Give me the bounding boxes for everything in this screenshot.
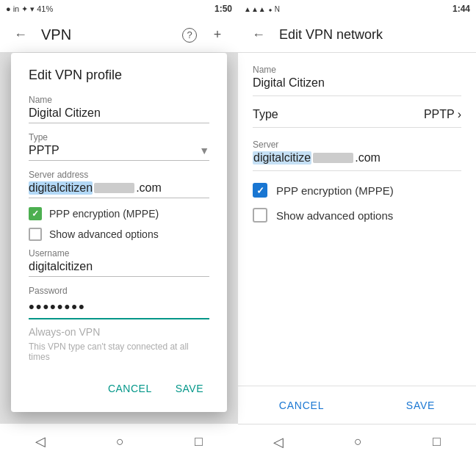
- name-label: Name: [29, 95, 209, 105]
- bluetooth-status: ✦: [21, 4, 28, 14]
- toolbar-right: ← Edit VPN network: [238, 18, 476, 53]
- r-type-arrow-icon: ›: [458, 108, 461, 121]
- type-label: Type: [29, 132, 209, 142]
- server-blurred: [94, 183, 134, 193]
- username-field[interactable]: digitalcitizen: [29, 260, 209, 277]
- vpn-title-left: VPN: [41, 26, 182, 43]
- ppp-label: PPP encryption (MPPE): [49, 208, 159, 220]
- r-advanced-label: Show advanced options: [276, 209, 393, 222]
- ppp-checkbox[interactable]: [29, 207, 42, 220]
- type-arrow-icon: ▼: [199, 145, 209, 156]
- left-panel: ● in ✦ ▾ 41% 1:50 ← VPN ? + Edit VPN pro…: [0, 0, 238, 459]
- right-panel: ▲▲▲ ⬥ N 1:44 ← Edit VPN network Name Dig…: [238, 0, 476, 459]
- r-name-label: Name: [253, 65, 461, 75]
- time-display-left: 1:50: [214, 4, 232, 14]
- save-button-left[interactable]: SAVE: [170, 377, 209, 400]
- status-bar-left: ● in ✦ ▾ 41% 1:50: [0, 0, 238, 18]
- r-server-blurred: [313, 153, 353, 163]
- nfc-icon: N: [275, 5, 280, 13]
- wifi-icon-right: ⬥: [268, 5, 273, 13]
- r-ppp-checkbox[interactable]: [253, 183, 267, 198]
- r-server-prefix: digitalcitize: [253, 151, 311, 165]
- r-advanced-checkbox[interactable]: [253, 208, 267, 223]
- time-display-right: 1:44: [452, 4, 470, 14]
- r-ppp-label: PPP encryption (MPPE): [276, 184, 394, 197]
- right-actions: CANCEL SAVE: [238, 386, 476, 424]
- advanced-checkbox[interactable]: [29, 228, 42, 241]
- r-name-field[interactable]: Digital Citizen: [253, 76, 461, 96]
- signal-icon: ▲▲▲: [244, 5, 266, 13]
- name-field[interactable]: Digital Citizen: [29, 106, 209, 123]
- r-type-value: PPTP ›: [424, 108, 461, 121]
- status-icons-left: ● in ✦ ▾ 41%: [6, 4, 53, 14]
- signal-icons: ▲▲▲ ⬥ N: [244, 5, 280, 13]
- recent-nav-left[interactable]: □: [195, 434, 203, 449]
- spotify-icon: ●: [6, 4, 11, 13]
- always-on-desc: This VPN type can't stay connected at al…: [29, 341, 209, 362]
- r-server-label: Server: [253, 140, 461, 150]
- toolbar-icons-left: ? +: [182, 26, 226, 44]
- r-ppp-row[interactable]: PPP encryption (MPPE): [253, 183, 461, 198]
- linkedin-icon: in: [13, 4, 20, 13]
- back-nav-right[interactable]: ◁: [273, 434, 284, 450]
- ppp-checkbox-row[interactable]: PPP encryption (MPPE): [29, 207, 209, 220]
- cancel-button-left[interactable]: CANCEL: [102, 377, 158, 400]
- dialog-actions: CANCEL SAVE: [29, 371, 209, 400]
- username-label: Username: [29, 248, 209, 259]
- server-label: Server address: [29, 170, 209, 180]
- server-field[interactable]: digitalcitizen .com: [29, 181, 209, 198]
- home-nav-right[interactable]: ○: [354, 434, 362, 449]
- password-label: Password: [29, 286, 209, 296]
- cancel-button-right[interactable]: CANCEL: [262, 394, 342, 417]
- recent-nav-right[interactable]: □: [433, 434, 441, 449]
- edit-vpn-title: Edit VPN network: [279, 27, 383, 43]
- r-advanced-row[interactable]: Show advanced options: [253, 208, 461, 223]
- right-form-content: Name Digital Citizen Type PPTP › Server …: [238, 53, 476, 386]
- nav-bar-right: ◁ ○ □: [238, 424, 476, 459]
- back-button-right[interactable]: ←: [250, 26, 267, 44]
- r-type-label: Type: [253, 108, 278, 121]
- battery-icon: 41%: [37, 4, 53, 13]
- r-type-text: PPTP: [424, 108, 455, 121]
- r-server-field[interactable]: digitalcitize .com: [253, 151, 461, 171]
- r-server-suffix: .com: [355, 151, 381, 165]
- home-nav-left[interactable]: ○: [116, 434, 124, 449]
- left-background: Edit VPN profile Name Digital Citizen Ty…: [0, 53, 238, 424]
- type-value: PPTP: [29, 144, 60, 157]
- advanced-label: Show advanced options: [49, 228, 159, 240]
- password-field[interactable]: ••••••••: [29, 297, 209, 319]
- help-icon[interactable]: ?: [182, 28, 197, 43]
- always-on-label: Always-on VPN: [29, 326, 100, 338]
- status-bar-right: ▲▲▲ ⬥ N 1:44: [238, 0, 476, 18]
- server-prefix: digitalcitizen: [29, 181, 93, 195]
- toolbar-left: ← VPN ? +: [0, 18, 238, 53]
- nav-bar-left: ◁ ○ □: [0, 424, 238, 459]
- back-nav-left[interactable]: ◁: [35, 433, 46, 449]
- type-field-row[interactable]: PPTP ▼: [29, 144, 209, 161]
- dialog-title: Edit VPN profile: [29, 68, 209, 83]
- always-on-row: Always-on VPN: [29, 325, 209, 339]
- wifi-icon: ▾: [30, 4, 35, 14]
- r-type-row[interactable]: Type PPTP ›: [253, 108, 461, 128]
- add-icon[interactable]: +: [209, 26, 226, 44]
- back-button-left[interactable]: ←: [12, 26, 29, 44]
- save-button-right[interactable]: SAVE: [389, 394, 453, 417]
- edit-vpn-dialog: Edit VPN profile Name Digital Citizen Ty…: [11, 53, 227, 412]
- server-suffix: .com: [136, 181, 162, 195]
- advanced-checkbox-row[interactable]: Show advanced options: [29, 228, 209, 241]
